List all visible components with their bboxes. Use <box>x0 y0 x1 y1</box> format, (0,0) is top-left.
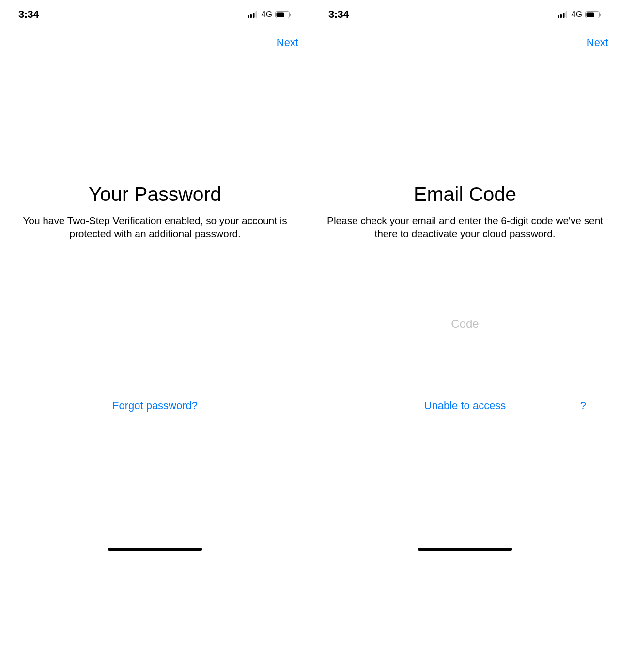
help-icon[interactable]: ? <box>580 399 586 412</box>
next-button[interactable]: Next <box>587 36 608 49</box>
svg-rect-6 <box>290 14 291 16</box>
status-time: 3:34 <box>18 8 39 21</box>
password-input[interactable] <box>27 317 283 331</box>
page-subtitle: You have Two-Step Verification enabled, … <box>0 214 310 241</box>
svg-rect-0 <box>248 15 249 18</box>
svg-rect-2 <box>253 13 255 18</box>
password-screen: 3:34 4G Next Your Passw <box>0 0 310 672</box>
svg-rect-1 <box>250 14 252 18</box>
content-area: Your Password You have Two-Step Verifica… <box>0 56 310 412</box>
page-title: Your Password <box>0 183 310 206</box>
svg-rect-12 <box>587 12 594 17</box>
battery-icon <box>275 11 292 18</box>
svg-rect-10 <box>566 11 568 18</box>
signal-icon <box>248 11 258 18</box>
svg-rect-9 <box>563 13 565 18</box>
status-bar: 3:34 4G <box>310 0 620 29</box>
svg-rect-7 <box>558 15 559 18</box>
status-indicators: 4G <box>248 10 292 19</box>
password-input-row <box>27 312 283 336</box>
status-time: 3:34 <box>328 8 349 21</box>
network-label: 4G <box>571 10 582 19</box>
email-code-screen: 3:34 4G Next Email Code <box>310 0 620 672</box>
content-area: Email Code Please check your email and e… <box>310 56 620 412</box>
code-input[interactable] <box>337 317 593 331</box>
svg-rect-13 <box>600 14 601 16</box>
status-bar: 3:34 4G <box>0 0 310 29</box>
svg-rect-3 <box>256 11 258 18</box>
battery-icon <box>585 11 602 18</box>
nav-bar: Next <box>310 29 620 56</box>
next-button[interactable]: Next <box>277 36 298 49</box>
page-subtitle: Please check your email and enter the 6-… <box>310 214 620 241</box>
forgot-password-link[interactable]: Forgot password? <box>112 399 198 412</box>
nav-bar: Next <box>0 29 310 56</box>
code-input-row <box>337 312 593 336</box>
footer-links: Unable to access ? <box>310 399 620 412</box>
unable-to-access-link[interactable]: Unable to access <box>424 399 506 412</box>
page-title: Email Code <box>310 183 620 206</box>
svg-rect-8 <box>560 14 562 18</box>
svg-rect-5 <box>277 12 284 17</box>
footer-links: Forgot password? <box>0 399 310 412</box>
network-label: 4G <box>261 10 272 19</box>
status-indicators: 4G <box>558 10 602 19</box>
home-indicator <box>108 548 202 551</box>
home-indicator <box>418 548 512 551</box>
signal-icon <box>558 11 568 18</box>
